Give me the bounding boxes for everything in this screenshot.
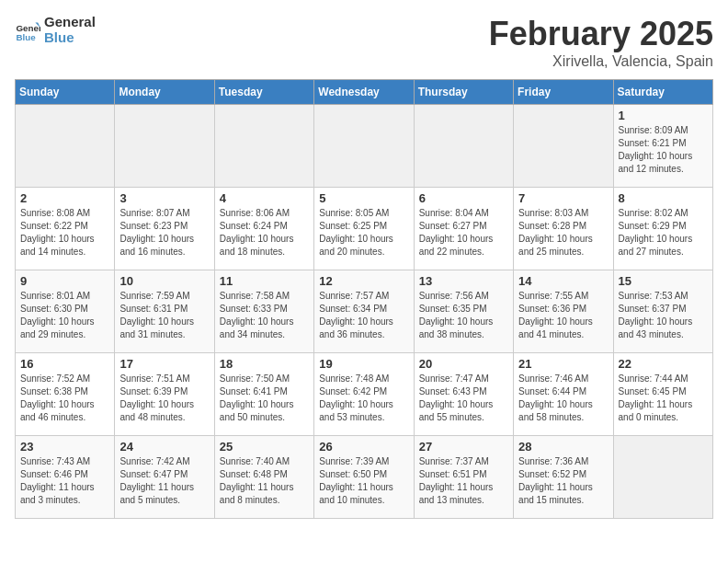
calendar-cell [214, 105, 313, 188]
header: General Blue General Blue February 2025 … [15, 15, 713, 70]
calendar-cell: 2Sunrise: 8:08 AM Sunset: 6:22 PM Daylig… [16, 188, 115, 270]
day-number: 15 [619, 274, 708, 288]
day-number: 2 [20, 191, 109, 205]
calendar-week-row: 9Sunrise: 8:01 AM Sunset: 6:30 PM Daylig… [16, 270, 713, 353]
calendar-cell [16, 105, 115, 188]
calendar-cell [613, 436, 712, 519]
day-info: Sunrise: 7:50 AM Sunset: 6:41 PM Dayligh… [220, 373, 309, 424]
day-of-week-header: Sunday [16, 80, 115, 105]
calendar-cell: 28Sunrise: 7:36 AM Sunset: 6:52 PM Dayli… [514, 436, 613, 519]
calendar-header: SundayMondayTuesdayWednesdayThursdayFrid… [16, 80, 713, 105]
day-number: 6 [419, 191, 508, 205]
day-of-week-header: Monday [115, 80, 214, 105]
day-info: Sunrise: 7:55 AM Sunset: 6:36 PM Dayligh… [518, 290, 608, 341]
day-info: Sunrise: 8:04 AM Sunset: 6:27 PM Dayligh… [419, 207, 508, 259]
calendar-cell: 16Sunrise: 7:52 AM Sunset: 6:38 PM Dayli… [16, 353, 115, 436]
day-number: 26 [319, 440, 408, 454]
calendar-cell: 26Sunrise: 7:39 AM Sunset: 6:50 PM Dayli… [314, 436, 414, 519]
day-number: 20 [419, 357, 508, 371]
day-info: Sunrise: 8:08 AM Sunset: 6:22 PM Dayligh… [20, 207, 109, 259]
calendar-cell: 7Sunrise: 8:03 AM Sunset: 6:28 PM Daylig… [514, 188, 613, 270]
calendar-cell: 14Sunrise: 7:55 AM Sunset: 6:36 PM Dayli… [514, 270, 613, 353]
calendar-cell: 23Sunrise: 7:43 AM Sunset: 6:46 PM Dayli… [16, 436, 115, 519]
day-info: Sunrise: 7:48 AM Sunset: 6:42 PM Dayligh… [319, 373, 408, 424]
calendar-table: SundayMondayTuesdayWednesdayThursdayFrid… [15, 79, 713, 519]
day-number: 12 [319, 274, 408, 288]
day-number: 5 [319, 191, 408, 205]
calendar-cell: 20Sunrise: 7:47 AM Sunset: 6:43 PM Dayli… [414, 353, 513, 436]
day-info: Sunrise: 7:40 AM Sunset: 6:48 PM Dayligh… [220, 455, 309, 507]
day-number: 21 [518, 357, 608, 371]
day-of-week-header: Thursday [414, 80, 513, 105]
day-number: 1 [619, 109, 708, 122]
logo: General Blue General Blue [15, 15, 96, 45]
day-info: Sunrise: 7:36 AM Sunset: 6:52 PM Dayligh… [518, 455, 608, 507]
calendar-week-row: 2Sunrise: 8:08 AM Sunset: 6:22 PM Daylig… [16, 188, 713, 270]
day-number: 23 [20, 440, 109, 454]
day-info: Sunrise: 7:52 AM Sunset: 6:38 PM Dayligh… [20, 373, 109, 424]
location-title: Xirivella, Valencia, Spain [489, 53, 713, 70]
day-info: Sunrise: 7:57 AM Sunset: 6:34 PM Dayligh… [319, 290, 408, 341]
calendar-cell: 21Sunrise: 7:46 AM Sunset: 6:44 PM Dayli… [514, 353, 613, 436]
day-number: 3 [119, 191, 209, 205]
calendar-week-row: 23Sunrise: 7:43 AM Sunset: 6:46 PM Dayli… [16, 436, 713, 519]
logo-icon: General Blue [15, 17, 40, 43]
day-number: 19 [319, 357, 408, 371]
calendar-cell: 25Sunrise: 7:40 AM Sunset: 6:48 PM Dayli… [214, 436, 313, 519]
day-of-week-header: Saturday [613, 80, 712, 105]
day-number: 27 [419, 440, 508, 454]
calendar-cell: 18Sunrise: 7:50 AM Sunset: 6:41 PM Dayli… [214, 353, 313, 436]
day-number: 9 [20, 274, 109, 288]
calendar-body: 1Sunrise: 8:09 AM Sunset: 6:21 PM Daylig… [16, 105, 713, 519]
calendar-cell: 27Sunrise: 7:37 AM Sunset: 6:51 PM Dayli… [414, 436, 513, 519]
day-of-week-header: Friday [514, 80, 613, 105]
svg-text:Blue: Blue [16, 32, 36, 42]
header-row: SundayMondayTuesdayWednesdayThursdayFrid… [16, 80, 713, 105]
calendar-cell: 9Sunrise: 8:01 AM Sunset: 6:30 PM Daylig… [16, 270, 115, 353]
day-of-week-header: Tuesday [214, 80, 313, 105]
day-number: 7 [518, 191, 608, 205]
day-of-week-header: Wednesday [314, 80, 414, 105]
calendar-cell: 3Sunrise: 8:07 AM Sunset: 6:23 PM Daylig… [115, 188, 214, 270]
day-info: Sunrise: 8:09 AM Sunset: 6:21 PM Dayligh… [619, 124, 708, 176]
calendar-cell: 10Sunrise: 7:59 AM Sunset: 6:31 PM Dayli… [115, 270, 214, 353]
calendar-cell: 5Sunrise: 8:05 AM Sunset: 6:25 PM Daylig… [314, 188, 414, 270]
day-info: Sunrise: 7:59 AM Sunset: 6:31 PM Dayligh… [119, 290, 209, 341]
day-info: Sunrise: 7:53 AM Sunset: 6:37 PM Dayligh… [619, 290, 708, 341]
calendar-cell: 4Sunrise: 8:06 AM Sunset: 6:24 PM Daylig… [214, 188, 313, 270]
logo-general-text: General [44, 15, 96, 30]
title-area: February 2025 Xirivella, Valencia, Spain [489, 15, 713, 70]
day-info: Sunrise: 7:47 AM Sunset: 6:43 PM Dayligh… [419, 373, 508, 424]
day-info: Sunrise: 7:44 AM Sunset: 6:45 PM Dayligh… [619, 373, 708, 424]
day-number: 28 [518, 440, 608, 454]
day-number: 18 [220, 357, 309, 371]
logo-blue-text: Blue [44, 30, 96, 46]
day-number: 24 [119, 440, 209, 454]
day-number: 11 [220, 274, 309, 288]
day-number: 16 [20, 357, 109, 371]
day-info: Sunrise: 8:01 AM Sunset: 6:30 PM Dayligh… [20, 290, 109, 341]
calendar-cell: 19Sunrise: 7:48 AM Sunset: 6:42 PM Dayli… [314, 353, 414, 436]
day-number: 8 [619, 191, 708, 205]
day-info: Sunrise: 8:05 AM Sunset: 6:25 PM Dayligh… [319, 207, 408, 259]
calendar-cell: 11Sunrise: 7:58 AM Sunset: 6:33 PM Dayli… [214, 270, 313, 353]
day-info: Sunrise: 7:42 AM Sunset: 6:47 PM Dayligh… [119, 455, 209, 507]
calendar-cell: 15Sunrise: 7:53 AM Sunset: 6:37 PM Dayli… [613, 270, 712, 353]
day-info: Sunrise: 8:07 AM Sunset: 6:23 PM Dayligh… [119, 207, 209, 259]
day-info: Sunrise: 8:03 AM Sunset: 6:28 PM Dayligh… [518, 207, 608, 259]
calendar-cell: 17Sunrise: 7:51 AM Sunset: 6:39 PM Dayli… [115, 353, 214, 436]
day-number: 25 [220, 440, 309, 454]
calendar-cell: 1Sunrise: 8:09 AM Sunset: 6:21 PM Daylig… [613, 105, 712, 188]
calendar-cell: 6Sunrise: 8:04 AM Sunset: 6:27 PM Daylig… [414, 188, 513, 270]
day-info: Sunrise: 7:39 AM Sunset: 6:50 PM Dayligh… [319, 455, 408, 507]
calendar-cell: 22Sunrise: 7:44 AM Sunset: 6:45 PM Dayli… [613, 353, 712, 436]
calendar-cell: 8Sunrise: 8:02 AM Sunset: 6:29 PM Daylig… [613, 188, 712, 270]
day-info: Sunrise: 7:46 AM Sunset: 6:44 PM Dayligh… [518, 373, 608, 424]
month-title: February 2025 [489, 15, 713, 53]
day-info: Sunrise: 8:06 AM Sunset: 6:24 PM Dayligh… [220, 207, 309, 259]
calendar-cell [414, 105, 513, 188]
day-info: Sunrise: 7:43 AM Sunset: 6:46 PM Dayligh… [20, 455, 109, 507]
day-number: 14 [518, 274, 608, 288]
calendar-cell: 12Sunrise: 7:57 AM Sunset: 6:34 PM Dayli… [314, 270, 414, 353]
day-info: Sunrise: 8:02 AM Sunset: 6:29 PM Dayligh… [619, 207, 708, 259]
